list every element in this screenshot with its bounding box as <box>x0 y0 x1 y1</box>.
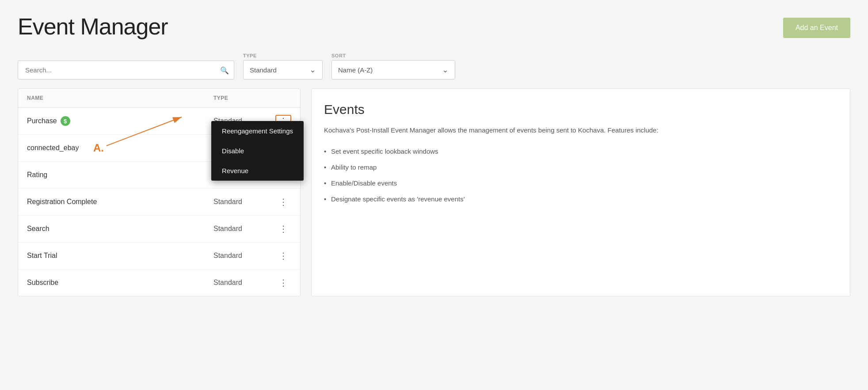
row-menu-button[interactable]: ⋮ <box>275 276 291 289</box>
sort-filter-label: SORT <box>331 53 455 58</box>
controls-row: 🔍 TYPE Standard ⌄ SORT Name (A-Z) ⌄ <box>18 53 850 80</box>
row-menu-button[interactable]: ⋮ <box>275 250 291 262</box>
row-name-text: connected_ebay <box>27 144 79 152</box>
header-row: Event Manager Add an Event <box>18 13 850 40</box>
table-header: NAME TYPE <box>18 89 300 108</box>
search-icon: 🔍 <box>220 66 229 74</box>
row-name: connected_ebay <box>27 144 213 152</box>
row-type: Standard <box>213 198 275 206</box>
type-filter-value: Standard <box>250 66 277 74</box>
list-item: Set event specific lookback windows <box>324 144 838 159</box>
col-type-header: TYPE <box>213 95 275 101</box>
row-name-text: Start Trial <box>27 252 57 260</box>
page-wrapper: Event Manager Add an Event 🔍 TYPE Standa… <box>0 0 868 390</box>
add-event-button[interactable]: Add an Event <box>783 18 850 38</box>
col-actions-header <box>275 95 291 101</box>
row-name: Subscribe <box>27 279 213 287</box>
events-table: NAME TYPE Purchase $ Standard ⋮ Reengage… <box>18 88 301 296</box>
info-panel-description: Kochava's Post-Install Event Manager all… <box>324 125 838 136</box>
sort-filter-group: SORT Name (A-Z) ⌄ <box>331 53 455 80</box>
row-name: Registration Complete <box>27 198 213 206</box>
dollar-icon: $ <box>61 116 70 126</box>
row-name: Rating <box>27 171 213 179</box>
search-input[interactable] <box>18 61 234 80</box>
sort-filter-select[interactable]: Name (A-Z) ⌄ <box>331 60 455 80</box>
row-name: Start Trial <box>27 252 213 260</box>
type-filter-select[interactable]: Standard ⌄ <box>243 60 323 80</box>
col-name-header: NAME <box>27 95 213 101</box>
row-name: Purchase $ <box>27 116 213 126</box>
list-item: Enable/Disable events <box>324 175 838 191</box>
table-row: Purchase $ Standard ⋮ Reengagement Setti… <box>18 108 300 135</box>
context-menu: Reengagement Settings Disable Revenue <box>211 121 304 181</box>
context-menu-item-revenue[interactable]: Revenue <box>211 161 304 181</box>
row-actions[interactable]: ⋮ <box>275 250 291 262</box>
row-menu-button[interactable]: ⋮ <box>275 196 291 208</box>
row-actions[interactable]: ⋮ <box>275 276 291 289</box>
type-filter-group: TYPE Standard ⌄ <box>243 53 323 80</box>
search-container: 🔍 <box>18 61 234 80</box>
table-row: Search Standard ⋮ <box>18 216 300 242</box>
context-menu-item-disable[interactable]: Disable <box>211 141 304 161</box>
page-title: Event Manager <box>18 13 168 40</box>
info-panel-title: Events <box>324 102 838 117</box>
row-type: Standard <box>213 225 275 233</box>
row-name-text: Search <box>27 225 49 233</box>
info-panel-list: Set event specific lookback windows Abil… <box>324 144 838 207</box>
row-name-text: Subscribe <box>27 279 58 287</box>
row-name-text: Registration Complete <box>27 198 97 206</box>
content-row: NAME TYPE Purchase $ Standard ⋮ Reengage… <box>18 88 850 296</box>
row-actions[interactable]: ⋮ <box>275 196 291 208</box>
row-type: Standard <box>213 252 275 260</box>
type-filter-label: TYPE <box>243 53 323 58</box>
row-name-text: Purchase <box>27 117 57 125</box>
table-row: Registration Complete Standard ⋮ <box>18 189 300 216</box>
context-menu-item-reengagement[interactable]: Reengagement Settings <box>211 121 304 141</box>
list-item: Designate specific events as 'revenue ev… <box>324 191 838 207</box>
table-row: Start Trial Standard ⋮ <box>18 242 300 269</box>
row-menu-button[interactable]: ⋮ <box>275 223 291 235</box>
table-row: Subscribe Standard ⋮ <box>18 269 300 296</box>
sort-filter-value: Name (A-Z) <box>338 66 373 74</box>
row-name-text: Rating <box>27 171 47 179</box>
info-panel: Events Kochava's Post-Install Event Mana… <box>311 88 850 296</box>
annotation-a-label: A. <box>93 142 104 154</box>
row-name: Search <box>27 225 213 233</box>
row-actions[interactable]: ⋮ <box>275 223 291 235</box>
list-item: Ability to remap <box>324 159 838 175</box>
sort-chevron-icon: ⌄ <box>442 65 449 75</box>
type-chevron-icon: ⌄ <box>309 65 316 75</box>
row-type: Standard <box>213 279 275 287</box>
